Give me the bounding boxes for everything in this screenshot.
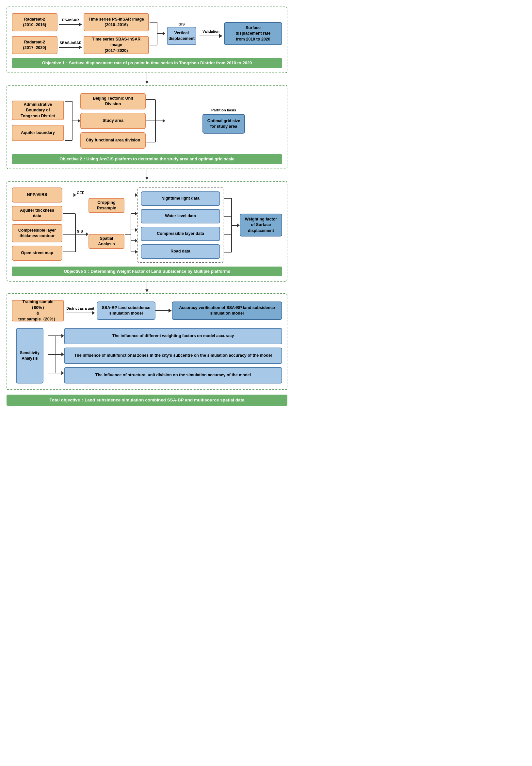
sec3-process-arrows (124, 187, 137, 259)
partition-basis-label: Partition basis (211, 108, 236, 112)
sec1-inner: Radarsat-2 (2010–2016) Radarsat-2 (2017–… (12, 13, 282, 54)
sec2-inner: Administrative Boundary of Tongzhou Dist… (12, 91, 282, 150)
section1: Radarsat-2 (2010–2016) Radarsat-2 (2017–… (7, 7, 287, 73)
svg-marker-52 (61, 371, 64, 375)
box-aquifer-thick: Aquifer thickness data (12, 206, 62, 221)
sec2-left-boxes: Administrative Boundary of Tongzhou Dist… (12, 101, 64, 141)
sec1-left-boxes: Radarsat-2 (2010–2016) Radarsat-2 (2017–… (12, 13, 57, 54)
sec3-method-arrows: GEE GIS (62, 187, 89, 259)
svg-marker-33 (135, 239, 137, 243)
box-training: Training sample（80%） & test sample（20%） (12, 300, 64, 321)
box-ts-ps: Time series PS-InSAR image (2010–2016) (84, 13, 149, 31)
sec4-accuracy-box: Accuracy verification of SSA-BP land sub… (172, 302, 282, 320)
section2: Administrative Boundary of Tongzhou Dist… (7, 85, 287, 169)
box-ssa-bp: SSA-BP land subsidence simulation model (97, 302, 155, 320)
branch-3: The influence of structural unit divisio… (64, 367, 282, 383)
flowchart: Radarsat-2 (2010–2016) Radarsat-2 (2017–… (7, 7, 287, 406)
svg-marker-4 (163, 32, 165, 36)
box-surface: Surface displacement rate from 2010 to 2… (224, 22, 282, 45)
sec4-top: Training sample（80%） & test sample（20%） … (12, 300, 282, 321)
svg-marker-31 (135, 228, 137, 232)
branch-2: The influence of multifunctional zones i… (64, 348, 282, 364)
sec4-to-accuracy-arrow (155, 309, 172, 313)
box-npp-viirs: NPP/VIIRS (12, 187, 62, 203)
box-nighttime: Nighttime light data (141, 191, 220, 206)
sec2-objective: Objective 2：Using ArcGIS platform to det… (12, 154, 282, 164)
sec3-process-boxes: Cropping Resample Spatial Analysis (89, 187, 124, 259)
box-spatial: Spatial Analysis (89, 234, 124, 249)
validation-arrow: Validation (198, 29, 224, 38)
sec3-left-boxes: NPP/VIIRS Aquifer thickness data Compres… (12, 187, 62, 263)
box-ts-sbas: Time series SBAS-InSAR image (2017–2020) (84, 36, 149, 54)
sec4-district-arrow: District as a unit (64, 306, 97, 315)
svg-marker-17 (73, 193, 76, 197)
district-label: District as a unit (66, 306, 94, 310)
sec2-fan-in-bracket (146, 91, 165, 150)
sec4-branches: The influence of different weighting fac… (64, 327, 282, 385)
merge-to-gis (149, 13, 165, 54)
svg-marker-25 (135, 193, 137, 197)
sec4-training-box: Training sample（80%） & test sample（20%） (12, 300, 64, 321)
svg-marker-23 (86, 232, 89, 236)
box-city-functional: City functional area division (80, 132, 146, 149)
sec4-branch-arrows (48, 327, 64, 382)
sec2-merge-bracket (64, 91, 80, 150)
gis-label2: GIS (77, 229, 83, 233)
section3: NPP/VIIRS Aquifer thickness data Compres… (7, 181, 287, 282)
sec1-gis-block: GIS Vertical displacement (165, 22, 198, 45)
box-water-level: Water level data (141, 209, 220, 223)
box-radarsat2-2017: Radarsat-2 (2017–2020) (12, 36, 57, 54)
svg-marker-48 (61, 334, 64, 338)
box-aquifer-boundary: Aquifer boundary (12, 125, 64, 141)
arrow-2-3 (7, 169, 287, 181)
sec1-objective: Objective 1：Surface displacement rate of… (12, 58, 282, 68)
sec2-middle-boxes: Beijing Tectonic Unit Division Study are… (80, 93, 146, 149)
svg-marker-35 (135, 250, 137, 254)
svg-marker-42 (237, 223, 240, 227)
sec3-inner: NPP/VIIRS Aquifer thickness data Compres… (12, 187, 282, 263)
sec3-weighting-box: Weighting factor of Surface displacement (240, 187, 282, 263)
sec1-middle-boxes: Time series PS-InSAR image (2010–2016) T… (84, 13, 149, 54)
box-crop: Cropping Resample (89, 198, 124, 213)
gis-label: GIS (179, 22, 185, 26)
branch-1: The influence of different weighting fac… (64, 328, 282, 344)
ps-insar-arrow: PS-InSAR (59, 13, 82, 31)
box-optimal: Optimal grid size for study area (202, 114, 245, 134)
box-compressible-layer: Compressible layer thickness contour (12, 224, 62, 242)
total-objective: Total objective：Land subsidence simulati… (7, 395, 287, 406)
section4: Training sample（80%） & test sample（20%） … (7, 293, 287, 390)
sec3-fanin-arrow (223, 187, 240, 259)
arrow-1-2 (7, 73, 287, 85)
svg-marker-9 (78, 119, 80, 123)
box-weighting: Weighting factor of Surface displacement (240, 214, 282, 236)
box-accuracy: Accuracy verification of SSA-BP land sub… (172, 302, 282, 320)
sec4-sensitivity: Sensitivity Analysis (12, 327, 48, 385)
arrow-3-4 (7, 282, 287, 293)
box-beijing-tectonic: Beijing Tectonic Unit Division (80, 93, 146, 109)
sec3-objective: Objective 3：Determining Weight Factor of… (12, 267, 282, 276)
box-admin-boundary: Administrative Boundary of Tongzhou Dist… (12, 101, 64, 120)
gee-label: GEE (77, 191, 84, 195)
box-sensitivity: Sensitivity Analysis (16, 328, 43, 383)
box-study-area: Study area (80, 113, 146, 129)
sec3-dashed-box: Nighttime light data Water level data Co… (137, 187, 223, 263)
ps-insar-label: PS-InSAR (62, 18, 79, 22)
box-vertical: Vertical displacement (167, 27, 196, 45)
box-radarsat2-2010: Radarsat-2 (2010–2016) (12, 13, 57, 31)
sbas-insar-label: SBAS-InSAR (59, 41, 81, 45)
sec1-method-arrows: PS-InSAR SBAS-InSAR (57, 13, 84, 54)
sec4-bottom: Sensitivity Analysis (12, 327, 282, 385)
svg-marker-15 (163, 119, 165, 123)
sec4-ssabp-box: SSA-BP land subsidence simulation model (97, 302, 155, 320)
box-open-street: Open street map (12, 246, 62, 261)
sec2-right: Partition basis Optimal grid size for st… (165, 108, 282, 134)
svg-marker-29 (135, 212, 137, 216)
svg-marker-50 (61, 352, 64, 356)
box-road-data: Road data (141, 244, 220, 259)
box-compressible-data: Compressible layer data (141, 227, 220, 241)
sec1-surface-box: Surface displacement rate from 2010 to 2… (224, 22, 282, 45)
validation-label: Validation (202, 29, 219, 33)
sbas-insar-arrow: SBAS-InSAR (59, 36, 82, 54)
